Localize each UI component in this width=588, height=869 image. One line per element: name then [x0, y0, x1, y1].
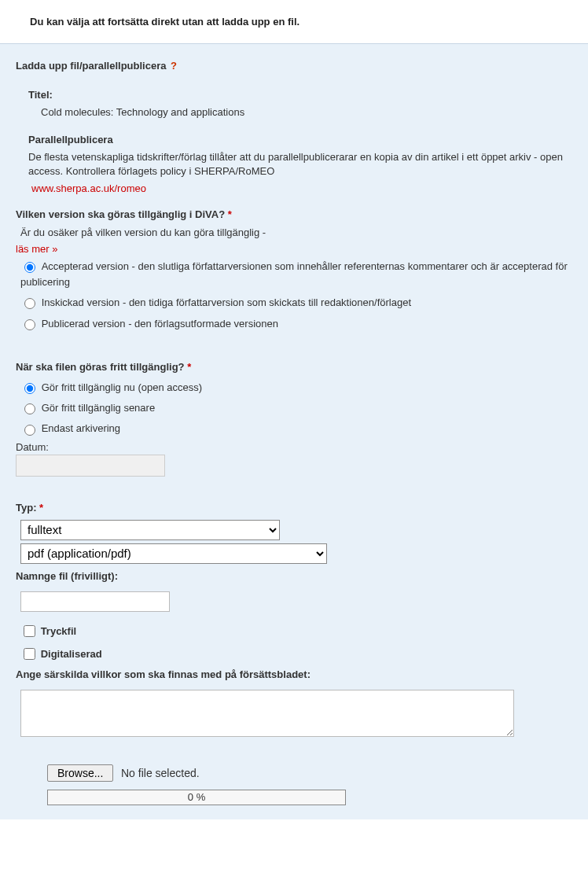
radio-now-label[interactable]: Gör fritt tillgänglig nu (open access) [42, 381, 202, 393]
availability-block: När ska filen göras fritt tillgänglig? *… [16, 361, 572, 477]
browse-button[interactable]: Browse... [47, 764, 113, 782]
radio-archive[interactable] [24, 425, 35, 436]
version-block: Vilken version ska göras tillgänglig i D… [16, 208, 572, 331]
filename-label: Namnge fil (frivilligt): [16, 570, 572, 582]
title-label: Titel: [28, 89, 572, 101]
conditions-textarea[interactable] [20, 690, 514, 737]
version-option-submitted[interactable]: Inskickad version - den tidiga författar… [20, 294, 572, 310]
radio-accepted[interactable] [24, 262, 35, 273]
type-label: Typ: * [16, 502, 572, 514]
filename-input[interactable] [20, 591, 170, 612]
version-hint: Är du osäker på vilken version du kan gö… [20, 226, 572, 238]
top-notice: Du kan välja att fortsätta direkt utan a… [0, 0, 588, 43]
radio-now[interactable] [24, 383, 35, 394]
read-more-link[interactable]: läs mer » [16, 243, 57, 255]
radio-later-label[interactable]: Gör fritt tillgänglig senare [42, 402, 156, 414]
help-icon[interactable]: ? [171, 60, 177, 72]
version-label: Vilken version ska göras tillgänglig i D… [16, 208, 572, 220]
upload-heading-text: Ladda upp fil/parallellpublicera [16, 60, 166, 72]
radio-archive-label[interactable]: Endast arkivering [42, 422, 120, 434]
upload-progress-bar: 0 % [47, 790, 346, 805]
radio-accepted-label[interactable]: Accepterad version - den slutliga förfat… [20, 260, 568, 287]
checkbox-print-label[interactable]: Tryckfil [41, 625, 77, 637]
checkbox-digitized[interactable] [24, 648, 35, 660]
type-select[interactable]: fulltext [20, 520, 280, 540]
conditions-label: Ange särskilda villkor som ska finnas me… [16, 668, 572, 680]
availability-option-later[interactable]: Gör fritt tillgänglig senare [20, 400, 572, 415]
sherpa-link[interactable]: www.sherpa.ac.uk/romeo [31, 182, 146, 194]
file-status: No file selected. [121, 767, 200, 779]
top-notice-text: Du kan välja att fortsätta direkt utan a… [30, 16, 300, 28]
date-input[interactable] [16, 455, 165, 477]
parallel-label: Parallellpublicera [28, 134, 572, 145]
required-marker: * [39, 502, 43, 514]
radio-submitted[interactable] [24, 298, 35, 309]
availability-label-text: När ska filen göras fritt tillgänglig? [16, 361, 185, 373]
parallel-text: De flesta vetenskapliga tidskrifter/förl… [28, 150, 572, 179]
required-marker: * [187, 361, 191, 373]
parallel-block: Parallellpublicera De flesta vetenskapli… [28, 134, 572, 193]
checkbox-row-digitized[interactable]: Digitaliserad [20, 646, 572, 662]
version-option-published[interactable]: Publicerad version - den förlagsutformad… [20, 315, 572, 331]
availability-label: När ska filen göras fritt tillgänglig? * [16, 361, 572, 373]
radio-submitted-label[interactable]: Inskickad version - den tidiga författar… [42, 296, 411, 308]
version-option-accepted[interactable]: Accepterad version - den slutliga förfat… [20, 258, 572, 290]
checkbox-row-print[interactable]: Tryckfil [20, 623, 572, 639]
title-value: Cold molecules: Technology and applicati… [41, 105, 572, 120]
radio-published[interactable] [24, 319, 35, 330]
checkbox-print[interactable] [24, 625, 35, 637]
radio-later[interactable] [24, 403, 35, 414]
type-label-text: Typ: [16, 502, 36, 514]
radio-published-label[interactable]: Publicerad version - den förlagsutformad… [42, 317, 278, 329]
upload-heading: Ladda upp fil/parallellpublicera ? [16, 60, 572, 72]
date-label: Datum: [16, 441, 572, 453]
format-select[interactable]: pdf (application/pdf) [20, 543, 327, 564]
required-marker: * [228, 208, 232, 220]
title-block: Titel: Cold molecules: Technology and ap… [28, 89, 572, 120]
version-label-text: Vilken version ska göras tillgänglig i D… [16, 208, 225, 220]
type-block: Typ: * fulltext pdf (application/pdf) Na… [16, 502, 572, 742]
upload-panel: Ladda upp fil/parallellpublicera ? Titel… [0, 43, 588, 819]
checkbox-digitized-label[interactable]: Digitaliserad [41, 648, 102, 660]
file-picker-row: Browse... No file selected. [47, 764, 572, 782]
availability-option-now[interactable]: Gör fritt tillgänglig nu (open access) [20, 379, 572, 395]
progress-row: 0 % [47, 790, 572, 805]
availability-option-archive[interactable]: Endast arkivering [20, 420, 572, 436]
